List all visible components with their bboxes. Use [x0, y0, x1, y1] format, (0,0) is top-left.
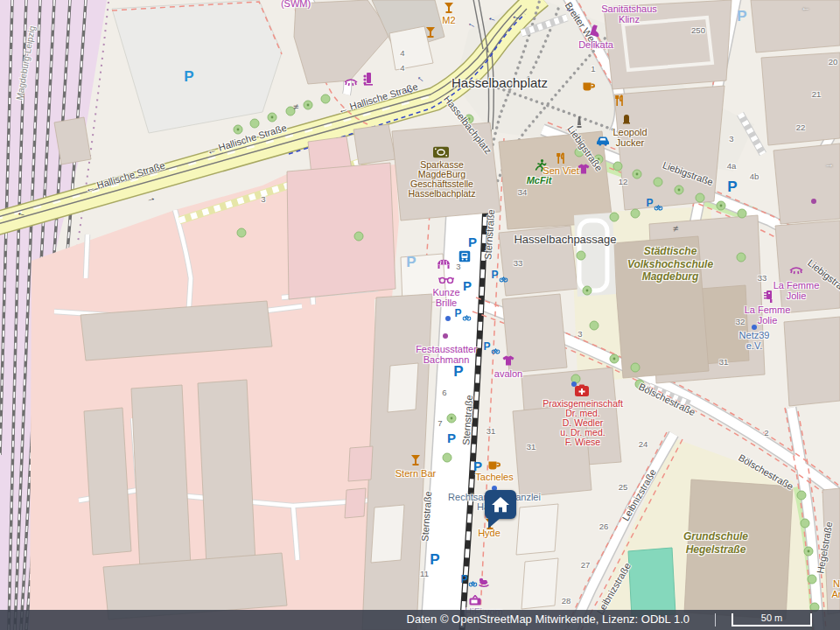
- poi-delikata: Delikata: [578, 40, 613, 51]
- house-number: 4: [400, 49, 404, 58]
- memorial-obelisk-icon: [576, 116, 583, 130]
- sports-pitch: [628, 548, 676, 618]
- house-number: 3: [729, 135, 733, 144]
- private-parking-icon: P: [737, 8, 746, 25]
- shop-icon: [362, 72, 374, 86]
- poi-la-femme-jolie-1: La FemmeJolie: [774, 281, 820, 301]
- cafe-icon: [583, 80, 596, 92]
- house-number: 6: [442, 388, 446, 397]
- parking-icon: P: [430, 551, 439, 569]
- bicycle-parking-icon: P: [483, 340, 500, 354]
- house-number: 3: [261, 195, 265, 204]
- restaurant-icon: [614, 94, 625, 107]
- oneway-arrow-icon: ←: [206, 144, 218, 157]
- poi-sparkasse: SparkasseMagdeBurgGeschäftsstelleHasselb…: [408, 160, 475, 199]
- parking-icon: P: [727, 178, 737, 196]
- house-number: 25: [619, 483, 628, 492]
- house-number: 33: [758, 274, 767, 283]
- scale-bar: 50 m: [732, 613, 812, 626]
- poi-sanitaetshaus-klinz: SanitätshausKlinz: [601, 4, 657, 24]
- bar-icon: [443, 2, 455, 14]
- bar-icon: [410, 454, 422, 466]
- house-number: 32: [736, 318, 746, 326]
- gate-icon: ≠: [673, 223, 678, 234]
- shoe-shop-icon: [589, 24, 601, 37]
- house-number: 2: [764, 429, 768, 438]
- house-number: 1: [591, 65, 595, 74]
- clothes-shop-icon: [578, 164, 591, 175]
- house-number: 7: [438, 419, 442, 428]
- beauty-eyelashes-icon: [789, 266, 803, 276]
- poi-stern-bar: Stern Bar: [396, 469, 436, 480]
- restaurant-icon: [556, 152, 566, 164]
- house-number: 31: [486, 427, 496, 436]
- optician-glasses-icon: [438, 276, 454, 284]
- house-number: 250: [691, 26, 705, 35]
- parking-icon: P: [473, 458, 482, 473]
- poi-avalon: avalon: [494, 369, 522, 380]
- gate-icon: ≠: [293, 102, 298, 112]
- tram-stop-icon: [459, 251, 471, 262]
- house-number: 31: [527, 443, 536, 452]
- bakery-awning-icon: [437, 260, 451, 270]
- poi-leopold-jucker: LeopoldJucker: [612, 128, 647, 148]
- home-marker[interactable]: [483, 488, 518, 529]
- house-number: 33: [514, 259, 523, 268]
- toy-shop-icon: [477, 577, 491, 589]
- house-number: 28: [562, 597, 571, 606]
- beauty-eyelashes-icon: [344, 78, 358, 88]
- fitness-runner-icon: [536, 159, 547, 172]
- clothes-shop-icon: [502, 355, 515, 367]
- oneway-arrow-icon: ←: [802, 2, 811, 12]
- parking-icon: P: [447, 430, 456, 445]
- oneway-arrow-icon: →: [825, 158, 835, 169]
- house-number: 26: [599, 522, 609, 531]
- poi-tacheles: Tacheles: [475, 472, 513, 483]
- home-icon: [485, 490, 516, 519]
- parking-icon: P: [453, 363, 463, 381]
- oneway-arrow-icon: ←: [337, 102, 349, 116]
- house-number: 27: [581, 561, 591, 570]
- poi-mcfit: McFit: [527, 176, 552, 186]
- poi-la-femme-jolie-2: La FemmeJolie: [745, 305, 791, 326]
- map-canvas[interactable]: ← Hallische Straße ← Hallische Straße ← …: [0, 0, 840, 630]
- place-label-hasselbachplatz: Hasselbachplatz: [452, 76, 548, 90]
- poi-grundschule: GrundschuleHegelstraße: [683, 530, 748, 556]
- footer-divider: [715, 613, 716, 626]
- poi-swm: (SWM): [281, 0, 311, 10]
- bar-icon: [424, 26, 437, 38]
- parking-icon: P: [184, 68, 193, 86]
- cycleway-arrow-icon: ←: [511, 10, 522, 22]
- house-number: 3: [578, 330, 582, 339]
- poi-kunze-brille: KunzeBrille: [432, 288, 459, 308]
- poi-m2: M2: [442, 16, 455, 26]
- house-number: 3: [456, 262, 460, 271]
- poi-netz39: Netz39e.V.: [739, 331, 770, 351]
- attribution-text: Daten © OpenStreetMap Mitwirkende, Lizen…: [407, 612, 690, 626]
- house-number: 4: [400, 64, 404, 73]
- house-number: 31: [719, 358, 729, 367]
- memorial-icon: [622, 114, 631, 124]
- hairdresser-icon: [763, 290, 775, 304]
- place-label-hasselbachpassage: Hasselbachpassage: [514, 234, 616, 246]
- cycleway-arrow-icon: ←: [565, 3, 575, 13]
- house-number: 11: [420, 570, 429, 578]
- house-number: 4a: [727, 162, 737, 171]
- poi-festausstatter-bachmann: FestausstatterBachmann: [416, 345, 477, 365]
- bicycle-parking-icon: P: [454, 307, 471, 321]
- house-number: 24: [639, 440, 648, 449]
- house-number: 20: [829, 58, 838, 66]
- electronics-tv-icon: [469, 595, 482, 606]
- cafe-icon: [488, 459, 501, 471]
- house-number: 34: [518, 188, 528, 197]
- house-number: 4b: [750, 172, 760, 181]
- bicycle-parking-icon: P: [646, 197, 662, 211]
- bicycle-parking-icon: P: [460, 573, 477, 587]
- oneway-arrow-icon: ←: [84, 181, 96, 194]
- house-number: 22: [796, 123, 806, 132]
- marker-tail: [488, 517, 501, 528]
- house-number: 21: [812, 90, 822, 99]
- parking-icon: P: [463, 278, 472, 293]
- private-parking-icon: P: [406, 254, 416, 271]
- house-number: 12: [619, 178, 628, 186]
